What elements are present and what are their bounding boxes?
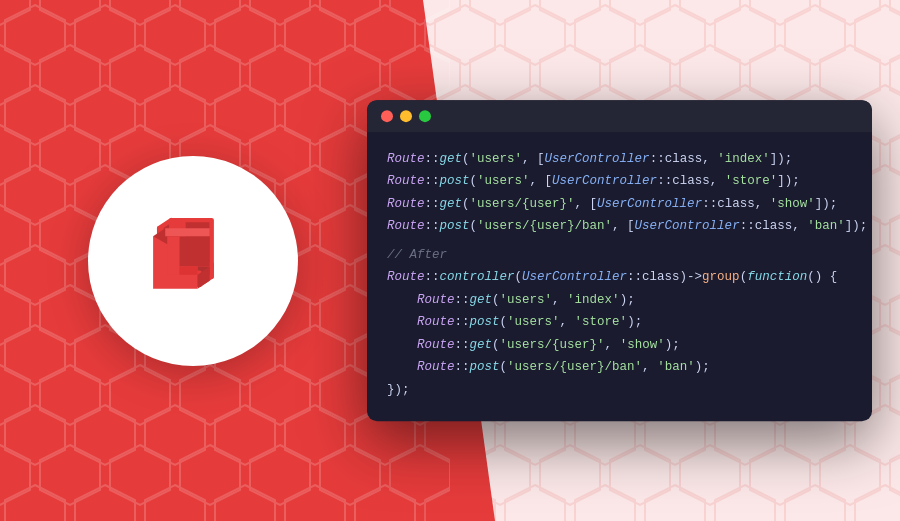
code-line-3: Route::get('users/{user}', [UserControll… [387,193,852,216]
code-line-1: Route::get('users', [UserController::cla… [387,148,852,171]
laravel-icon [141,208,246,313]
dot-minimize[interactable] [400,110,412,122]
code-comment: // After [387,244,852,267]
code-after-4: Route::get('users/{user}', 'show'); [387,334,852,357]
code-after-6: }); [387,379,852,402]
dot-close[interactable] [381,110,393,122]
laravel-logo-circle [88,156,298,366]
dot-maximize[interactable] [419,110,431,122]
code-line-4: Route::post('users/{user}/ban', [UserCon… [387,215,852,238]
code-after-5: Route::post('users/{user}/ban', 'ban'); [387,356,852,379]
code-line-2: Route::post('users', [UserController::cl… [387,170,852,193]
code-after-3: Route::post('users', 'store'); [387,311,852,334]
code-body: Route::get('users', [UserController::cla… [367,132,872,422]
code-window: Route::get('users', [UserController::cla… [367,100,872,422]
code-after-2: Route::get('users', 'index'); [387,289,852,312]
window-titlebar [367,100,872,132]
code-after-1: Route::controller(UserController::class)… [387,266,852,289]
